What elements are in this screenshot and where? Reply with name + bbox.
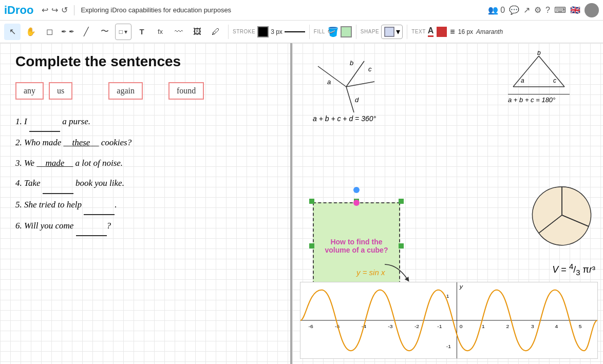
- app-logo: iDroo: [4, 4, 33, 17]
- word-card-any[interactable]: any: [15, 82, 44, 100]
- svg-text:4: 4: [555, 323, 558, 329]
- svg-line-11: [539, 56, 564, 87]
- stroke-color-swatch[interactable]: [257, 26, 269, 37]
- shape-dropdown-arrow: ▾: [396, 27, 400, 36]
- sentence-2: 2. Who made __these__ cookies?: [15, 133, 275, 152]
- svg-text:a: a: [327, 78, 331, 86]
- word-card-again[interactable]: again: [108, 82, 143, 100]
- text-color-swatch[interactable]: [437, 27, 447, 37]
- pie-chart: [529, 182, 595, 251]
- header: iDroo ↩ ↪ ↺ Exploring iDroo capabilities…: [0, 0, 603, 21]
- triangle-diagram: a b c a + b + c = 180°: [508, 51, 570, 104]
- word-bank: any us again found: [15, 82, 275, 100]
- sentence-3: 3. We __made__ a lot of noise.: [15, 154, 275, 173]
- svg-line-10: [513, 56, 539, 87]
- line-tool[interactable]: ╱: [78, 24, 95, 40]
- fill-section: FILL 🪣: [314, 26, 352, 37]
- blank-4[interactable]: [43, 174, 73, 194]
- fill-bucket-icon[interactable]: 🪣: [327, 26, 338, 37]
- word-these: these: [72, 138, 90, 147]
- svg-line-3: [346, 82, 374, 87]
- pan-tool[interactable]: ✋: [23, 24, 39, 40]
- svg-text:b: b: [537, 51, 541, 56]
- select-tool[interactable]: ↖: [4, 24, 21, 40]
- curve-tool[interactable]: 〜: [97, 24, 113, 40]
- svg-text:1: 1: [482, 323, 485, 329]
- toolbar-separator-3: [356, 25, 356, 39]
- shape-label: SHAPE: [361, 29, 379, 34]
- header-history-icons: ↩ ↪ ↺: [42, 5, 68, 15]
- refresh-button[interactable]: ↺: [61, 5, 68, 15]
- text-format-a[interactable]: A: [428, 26, 434, 37]
- eraser-tool[interactable]: ◻: [41, 24, 58, 40]
- svg-text:-1: -1: [437, 323, 442, 329]
- stroke-section: STROKE 3 px: [233, 26, 305, 37]
- svg-line-2: [346, 61, 364, 87]
- chart-tool[interactable]: 〰: [171, 24, 187, 40]
- word-card-us[interactable]: us: [49, 82, 72, 100]
- text-tool[interactable]: T: [134, 24, 150, 40]
- cube-text: How to find the volume of a cube?: [314, 234, 399, 258]
- users-icon[interactable]: 👥 0: [488, 5, 505, 15]
- image-tool[interactable]: 🖼: [189, 24, 205, 40]
- angle-diagram: a b c d a + b + c + d = 360°: [313, 56, 380, 123]
- formula-tool[interactable]: fx: [152, 24, 168, 40]
- svg-text:y: y: [459, 283, 463, 290]
- right-panel: a b c d a + b + c + d = 360° a b c a + b…: [292, 43, 603, 364]
- angle-formula1: a + b + c + d = 360°: [313, 114, 380, 123]
- svg-text:-2: -2: [414, 323, 420, 329]
- settings-icon[interactable]: ⚙: [534, 5, 541, 15]
- svg-text:-1: -1: [446, 343, 451, 349]
- page-title: Complete the sentences: [15, 53, 275, 70]
- sin-graph-container: y -6 -5 -4 -3 -2 -1 0 1 2 3 4 5 1 -1: [300, 282, 598, 359]
- svg-text:d: d: [355, 96, 359, 104]
- stroke-width-value: 3 px: [271, 28, 282, 35]
- pointer-tool[interactable]: 🖊: [208, 24, 224, 40]
- chat-icon[interactable]: 💬: [509, 5, 519, 15]
- svg-rect-0: [385, 27, 394, 36]
- keyboard-icon[interactable]: ⌨: [554, 5, 566, 15]
- blank-6[interactable]: [76, 216, 107, 236]
- blank-1[interactable]: [29, 112, 60, 132]
- svg-text:-6: -6: [308, 323, 313, 329]
- svg-line-4: [346, 87, 354, 112]
- svg-text:2: 2: [506, 323, 509, 329]
- fill-color-swatch[interactable]: [341, 26, 352, 37]
- selected-shape-icon: [384, 26, 395, 37]
- language-flag[interactable]: 🇬🇧: [570, 5, 580, 15]
- word-card-found[interactable]: found: [168, 82, 204, 100]
- toolbar: ↖ ✋ ◻ ✒ ✒ ╱ 〜 □ ▾ T fx 〰 🖼 🖊 STROKE 3 px…: [0, 21, 603, 43]
- angle-formula2: a + b + c = 180°: [508, 94, 570, 104]
- sentence-5: 5. She tried to help .: [15, 195, 275, 215]
- sentence-4: 4. Take book you like.: [15, 174, 275, 194]
- svg-text:b: b: [350, 59, 353, 67]
- fill-label: FILL: [314, 29, 325, 34]
- sentence-1: 1. I a purse.: [15, 112, 275, 132]
- svg-text:a: a: [521, 77, 524, 84]
- share-icon[interactable]: ↗: [523, 5, 530, 15]
- svg-text:-3: -3: [388, 323, 393, 329]
- svg-text:5: 5: [579, 323, 582, 329]
- sin-label: y = sin x: [356, 268, 385, 277]
- undo-button[interactable]: ↩: [42, 5, 48, 15]
- redo-button[interactable]: ↪: [51, 5, 58, 15]
- shape-tool[interactable]: □ ▾: [115, 24, 131, 40]
- svg-text:3: 3: [531, 323, 534, 329]
- svg-text:1: 1: [446, 293, 449, 299]
- main-content: Complete the sentences any us again foun…: [0, 43, 603, 364]
- help-icon[interactable]: ?: [545, 6, 550, 15]
- toolbar-separator-2: [309, 25, 310, 39]
- toolbar-separator-1: [228, 25, 229, 39]
- stroke-label: STROKE: [233, 29, 255, 34]
- text-size-value: 16 px: [458, 28, 473, 35]
- pen-tool[interactable]: ✒ ✒: [60, 24, 76, 40]
- blank-5[interactable]: [84, 195, 115, 215]
- sentence-6: 6. Will you come ?: [15, 216, 275, 236]
- header-right-icons: 👥 0 💬 ↗ ⚙ ? ⌨ 🇬🇧: [488, 3, 599, 17]
- user-avatar[interactable]: [585, 3, 599, 17]
- header-divider: [74, 5, 74, 15]
- svg-text:c: c: [368, 65, 372, 73]
- shape-selector-button[interactable]: ▾: [381, 25, 403, 39]
- text-align-icon[interactable]: ≡: [450, 27, 455, 36]
- text-label: TEXT: [411, 29, 426, 34]
